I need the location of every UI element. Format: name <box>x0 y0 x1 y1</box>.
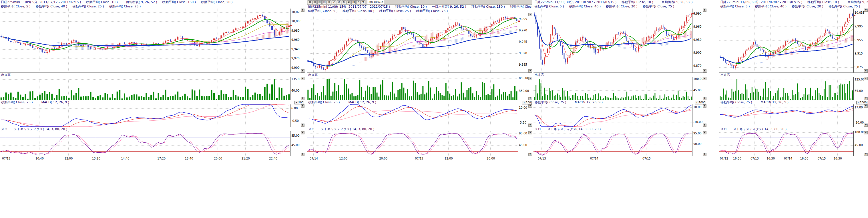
scale-dropdown-button[interactable]: ▼ <box>703 8 707 12</box>
indicator-label: 移動平均( Close, 40 ) <box>343 9 375 13</box>
toolbar-button-9[interactable]: ◨ <box>351 0 356 4</box>
scale-dropdown-button[interactable]: ▼ <box>528 69 532 72</box>
scale-dropdown-button[interactable]: ▼ <box>528 77 532 80</box>
scale-dropdown-button[interactable]: ▼ <box>301 153 305 156</box>
scale-dropdown-button[interactable]: ▼ <box>301 8 305 12</box>
toolbar-button-6[interactable]: ↺ <box>337 0 341 4</box>
time-axis-label: 16:30 <box>834 157 842 160</box>
scale-tick: 95.00 <box>519 132 527 135</box>
scale-dropdown-button[interactable]: ▼ <box>301 77 305 80</box>
stoch-scale: 95.0045.00▼▼ <box>518 131 532 156</box>
scale-dropdown-button[interactable]: ▼ <box>703 104 707 108</box>
indicator-label: 移動平均( Close, 20 ) <box>606 5 638 8</box>
volume-chart[interactable] <box>533 77 692 100</box>
scale-dropdown-button[interactable]: ▼ <box>301 131 305 134</box>
volume-title: 出来高 <box>719 72 868 77</box>
main-chart[interactable] <box>0 8 290 72</box>
scale-tick: 55.00 <box>855 89 863 93</box>
main-chart[interactable] <box>719 8 854 72</box>
time-axis-label: 07/15 <box>817 157 826 160</box>
scale-tick: 135.00 <box>291 78 301 81</box>
volume-chart[interactable] <box>719 77 854 100</box>
scale-tick: 9,960 <box>291 38 300 41</box>
macd-chart[interactable] <box>719 104 854 127</box>
scale-dropdown-button[interactable]: ▼ <box>864 104 868 108</box>
scale-dropdown-button[interactable]: ▼ <box>703 153 707 156</box>
toolbar-button-10[interactable]: Ａ <box>356 0 361 4</box>
indicator-label: 移動平均( Close, 10 ) <box>86 0 118 4</box>
scale-tick: 10,020 <box>291 10 301 14</box>
toolbar-button-4[interactable]: ≡ <box>327 0 331 4</box>
macd-chart[interactable] <box>533 104 692 127</box>
main-chart[interactable] <box>533 8 692 72</box>
macd-title: 移動平均( Close, 75 )MACD( 12, 26, 9 )× 1000 <box>719 100 868 104</box>
scale-dropdown-button[interactable]: ▼ <box>864 123 868 127</box>
scale-dropdown-button[interactable]: ▼ <box>703 131 707 134</box>
scale-dropdown-button[interactable]: ▼ <box>703 123 707 127</box>
time-axis-label: 07/13 <box>750 157 759 160</box>
indicator-label: 移動平均( Close, 10 ) <box>622 0 653 4</box>
main-chart[interactable] <box>307 13 518 72</box>
toolbar-button-7[interactable]: ↻ <box>342 0 346 4</box>
scale-dropdown-button[interactable]: ▼ <box>703 77 707 80</box>
scale-dropdown-button[interactable]: ▼ <box>301 97 305 100</box>
chart-toolbar: ▦▤▥◫≡✓↺↻▣◨Ａ▼2011/07/15 <box>307 0 532 5</box>
scale-tick: 10,035 <box>855 11 865 14</box>
stoch-chart[interactable] <box>307 131 518 156</box>
scale-dropdown-button[interactable]: ▼ <box>301 123 305 127</box>
last-price-marker <box>518 21 520 22</box>
scale-tick: -20.00 <box>855 121 864 124</box>
toolbar-button-3[interactable]: ◫ <box>322 0 327 4</box>
toolbar-date-field[interactable]: 2011/07/15 <box>367 0 385 4</box>
volume-chart[interactable] <box>0 77 290 100</box>
scale-dropdown-button[interactable]: ▼ <box>864 153 868 156</box>
scale-dropdown-button[interactable]: ▼ <box>528 131 532 134</box>
scale-dropdown-button[interactable]: ▼ <box>864 97 868 100</box>
indicator-label: 移動平均( Close, 20 ) <box>792 5 824 8</box>
volume-chart[interactable] <box>307 77 518 100</box>
scale-dropdown-button[interactable]: ▼ <box>864 8 868 12</box>
time-axis-label: 07/12 <box>720 157 728 160</box>
macd-title-label: 移動平均( Close, 75 ) <box>307 100 340 104</box>
macd-chart[interactable] <box>307 104 518 127</box>
toolbar-button-8[interactable]: ▣ <box>346 0 351 4</box>
toolbar-button-11[interactable]: ▼ <box>361 0 365 4</box>
stoch-title: スロー・ストキャスティクス( 14, 3, 80, 20 ) <box>719 127 868 131</box>
toolbar-button-0[interactable]: ▦ <box>308 0 312 4</box>
scale-tick: 125.00 <box>855 78 865 81</box>
scale-dropdown-button[interactable]: ▼ <box>301 104 305 108</box>
scale-tick: 9,875 <box>855 66 863 69</box>
stoch-chart[interactable] <box>533 131 692 156</box>
scale-dropdown-button[interactable]: ▼ <box>864 69 868 72</box>
scale-dropdown-button[interactable]: ▼ <box>301 69 305 72</box>
scale-dropdown-button[interactable]: ▼ <box>528 153 532 156</box>
stoch-chart[interactable] <box>719 131 854 156</box>
scale-dropdown-button[interactable]: ▼ <box>864 131 868 134</box>
macd-title-label: MACD( 12, 26, 9 ) <box>574 100 603 104</box>
time-axis-label: 10:40 <box>35 157 44 160</box>
main-scale: 9,9959,9709,9459,9209,895▼▼ <box>518 13 532 72</box>
instrument-title: 日経225mini 11/09( 5分, 2011/07/12 - 2011/0… <box>1 0 81 4</box>
stoch-section: 95.0050.00▼▼ <box>533 131 707 156</box>
macd-section: 6.00-0.50▼▼ <box>0 104 305 127</box>
scale-tick: 9,955 <box>855 39 863 42</box>
trading-chart-workstation: 日経225mini 11/09( 5分, 2011/07/12 - 2011/0… <box>0 0 868 218</box>
scale-dropdown-button[interactable]: ▼ <box>703 69 707 72</box>
scale-tick: 9,870 <box>693 64 702 67</box>
stoch-chart[interactable] <box>0 131 290 156</box>
scale-tick: 9,980 <box>291 29 300 32</box>
instrument-title: 日経225mini 11/09( 15分, 2011/07/07 - 2011/… <box>308 5 390 8</box>
scale-dropdown-button[interactable]: ▼ <box>864 77 868 80</box>
scale-dropdown-button[interactable]: ▼ <box>528 123 532 127</box>
time-axis-label: 07/15 <box>643 157 651 160</box>
scale-dropdown-button[interactable]: ▼ <box>528 104 532 108</box>
toolbar-button-5[interactable]: ✓ <box>332 0 336 4</box>
scale-tick: 9,940 <box>291 48 300 51</box>
toolbar-button-2[interactable]: ▥ <box>317 0 322 4</box>
macd-chart[interactable] <box>0 104 290 127</box>
scale-dropdown-button[interactable]: ▼ <box>528 97 532 100</box>
scale-tick: 9,960 <box>693 25 702 28</box>
toolbar-button-1[interactable]: ▤ <box>312 0 317 4</box>
scale-dropdown-button[interactable]: ▼ <box>528 13 532 16</box>
scale-dropdown-button[interactable]: ▼ <box>703 97 707 100</box>
